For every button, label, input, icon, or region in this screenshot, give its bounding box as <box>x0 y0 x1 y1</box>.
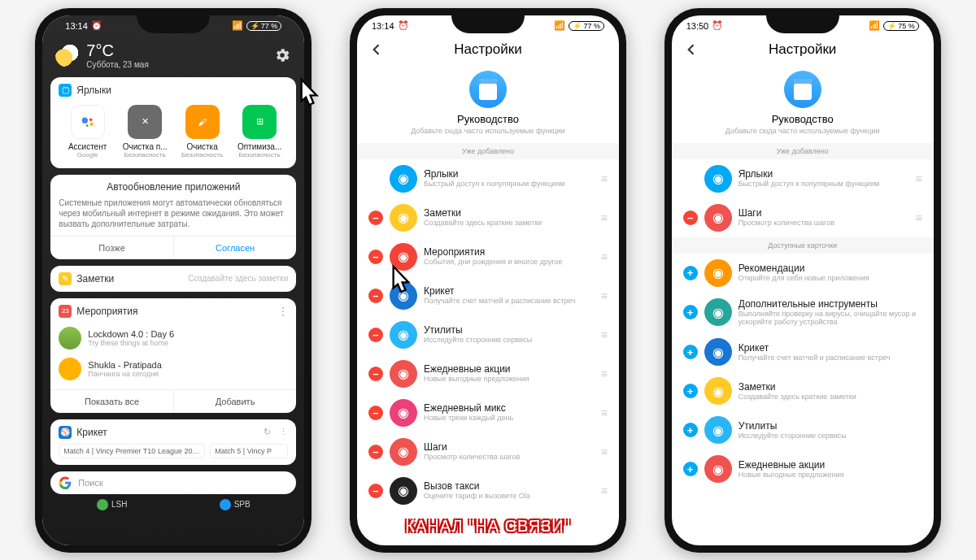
status-time: 13:14 <box>65 21 88 31</box>
add-button[interactable]: + <box>683 384 698 398</box>
agree-button[interactable]: Согласен <box>174 237 297 259</box>
shortcuts-title: Ярлыки <box>76 85 111 96</box>
settings-row[interactable]: ◉ЯрлыкиБыстрый доступ к популярным функц… <box>672 159 934 198</box>
drag-handle-icon[interactable]: ≡ <box>601 328 608 341</box>
svg-point-2 <box>89 122 94 126</box>
drag-handle-icon[interactable]: ≡ <box>601 211 608 224</box>
app-icon: ◉ <box>704 455 732 483</box>
back-icon[interactable] <box>683 41 699 58</box>
notch <box>766 15 839 33</box>
lsh-chip[interactable]: LSH <box>97 499 127 510</box>
shortcuts-icon: ▢ <box>59 84 72 97</box>
notch <box>451 15 525 33</box>
gear-icon[interactable] <box>273 46 291 64</box>
drag-handle-icon[interactable]: ≡ <box>601 367 608 380</box>
search-input[interactable]: Поиск <box>50 471 296 494</box>
auto-update-body: Системные приложения могут автоматически… <box>59 198 288 229</box>
drag-handle-icon[interactable]: ≡ <box>601 445 608 458</box>
remove-button[interactable]: – <box>368 406 383 420</box>
app-icon: ◉ <box>390 477 417 505</box>
phone-3: 13:50 ⏰ 📶 ⚡ 75 % Настройки Руководство Д… <box>664 8 941 553</box>
refresh-icon[interactable]: ↻ <box>264 427 271 437</box>
remove-button[interactable]: – <box>683 211 698 225</box>
app-icon: ◉ <box>704 338 732 366</box>
app-icon: ◉ <box>390 438 417 466</box>
cricket-card: ⚾ Крикет ↻ ⋮ Match 4 | Vincy Premier T10… <box>50 419 296 465</box>
event-2-icon <box>59 358 81 380</box>
notch <box>137 15 210 33</box>
assistant-icon <box>71 105 105 139</box>
settings-row[interactable]: +◉РекомендацииОткройте для себя новые пр… <box>672 254 934 293</box>
settings-row[interactable]: +◉УтилитыИсследуйте сторонние сервисы <box>672 410 934 449</box>
add-button[interactable]: + <box>683 266 698 280</box>
settings-row[interactable]: +◉КрикетПолучайте счет матчей и расписан… <box>672 332 934 371</box>
row-subtitle: Откройте для себя новые приложения <box>739 274 922 283</box>
spb-chip[interactable]: SPB <box>220 499 251 510</box>
svg-point-1 <box>89 118 92 121</box>
remove-button[interactable]: – <box>368 367 383 381</box>
row-subtitle: Новые выгодные предложения <box>739 471 922 480</box>
weather-widget[interactable]: 7°C Суббота, 23 мая <box>55 41 148 69</box>
section-available: Доступные карточки <box>672 237 934 254</box>
battery-indicator: ⚡ 77 % <box>569 21 604 31</box>
shortcut-assistant[interactable]: Ассистент Google <box>61 105 115 158</box>
settings-row[interactable]: +◉Дополнительные инструментыВыполняйте п… <box>672 293 934 333</box>
row-title: Ежедневные акции <box>739 459 922 471</box>
drag-handle-icon[interactable]: ≡ <box>601 289 608 302</box>
cricket-match-1[interactable]: Match 4 | Vincy Premier T10 League 2020 <box>59 444 205 458</box>
shortcut-clean[interactable]: 🖌 Очистка Безопасность <box>176 105 229 158</box>
settings-row[interactable]: –◉ЗаметкиСоздавайте здесь краткие заметк… <box>357 198 619 237</box>
app-icon: ◉ <box>390 321 417 349</box>
settings-row[interactable]: +◉Ежедневные акцииНовые выгодные предлож… <box>672 449 934 488</box>
shortcut-clean-memory[interactable]: ✕ Очистка п... Безопасность <box>118 105 172 158</box>
add-button[interactable]: + <box>683 423 698 437</box>
drag-handle-icon[interactable]: ≡ <box>601 406 608 419</box>
row-subtitle: События, дни рождения и многое другое <box>424 258 595 267</box>
drag-handle-icon[interactable]: ≡ <box>915 211 922 224</box>
add-button[interactable]: + <box>683 345 698 359</box>
search-placeholder: Поиск <box>78 478 102 488</box>
notes-card[interactable]: ✎ Заметки Создавайте здесь заметки <box>50 266 296 292</box>
remove-button[interactable]: – <box>368 445 383 459</box>
row-subtitle: Оцените тариф и вызовите Ola <box>424 492 595 501</box>
remove-button[interactable]: – <box>368 328 383 342</box>
back-icon[interactable] <box>368 41 385 58</box>
row-subtitle: Быстрый доступ к популярным функциям <box>739 180 909 189</box>
settings-row[interactable]: –◉Ежедневные акцииНовые выгодные предлож… <box>357 354 619 393</box>
weather-date: Суббота, 23 мая <box>86 60 148 69</box>
add-button[interactable]: + <box>683 305 698 319</box>
settings-row[interactable]: –◉Вызов таксиОцените тариф и вызовите Ol… <box>357 471 619 510</box>
optimize-icon: ⊞ <box>242 105 277 139</box>
later-button[interactable]: Позже <box>50 237 174 259</box>
svg-point-3 <box>85 124 88 127</box>
add-button[interactable]: + <box>683 462 698 476</box>
guide-title: Руководство <box>373 113 603 125</box>
drag-handle-icon[interactable]: ≡ <box>601 484 608 497</box>
event-item-2[interactable]: Shukla - PratipadaПанчанга на сегодня <box>59 354 288 384</box>
settings-row[interactable]: –◉Ежедневный миксНовые треки каждый день… <box>357 393 619 432</box>
drag-handle-icon[interactable]: ≡ <box>601 172 608 185</box>
settings-row[interactable]: –◉ШагиПросмотр количества шагов≡ <box>672 198 934 237</box>
settings-row[interactable]: –◉ШагиПросмотр количества шагов≡ <box>357 432 619 471</box>
events-title: Мероприятия <box>76 306 137 317</box>
event-item-1[interactable]: Lockdown 4.0 : Day 6Try these things at … <box>59 323 288 354</box>
settings-row[interactable]: ◉ЯрлыкиБыстрый доступ к популярным функц… <box>357 159 619 198</box>
event-1-icon <box>59 327 81 349</box>
status-time: 13:14 <box>372 21 394 31</box>
drag-handle-icon[interactable]: ≡ <box>915 172 922 185</box>
section-added: Уже добавлено <box>357 143 619 159</box>
more-icon[interactable]: ⋮ <box>278 306 288 317</box>
remove-button[interactable]: – <box>368 211 383 225</box>
settings-row[interactable]: +◉ЗаметкиСоздавайте здесь краткие заметк… <box>672 371 934 410</box>
more-icon[interactable]: ⋮ <box>279 427 288 437</box>
auto-update-title: Автообновление приложений <box>59 181 288 193</box>
add-event-button[interactable]: Добавить <box>174 390 297 413</box>
cricket-match-2[interactable]: Match 5 | Vincy P <box>210 444 288 458</box>
drag-handle-icon[interactable]: ≡ <box>601 250 608 263</box>
settings-row[interactable]: –◉УтилитыИсследуйте сторонние сервисы≡ <box>357 315 619 354</box>
app-icon: ◉ <box>390 360 417 388</box>
phone-1: 13:14 ⏰ 📶 ⚡ 77 % 7°C Суббота, 23 мая <box>35 8 312 553</box>
show-all-button[interactable]: Показать все <box>50 390 174 413</box>
remove-button[interactable]: – <box>368 484 383 498</box>
shortcut-optimize[interactable]: ⊞ Оптимиза... Безопасность <box>233 105 286 158</box>
